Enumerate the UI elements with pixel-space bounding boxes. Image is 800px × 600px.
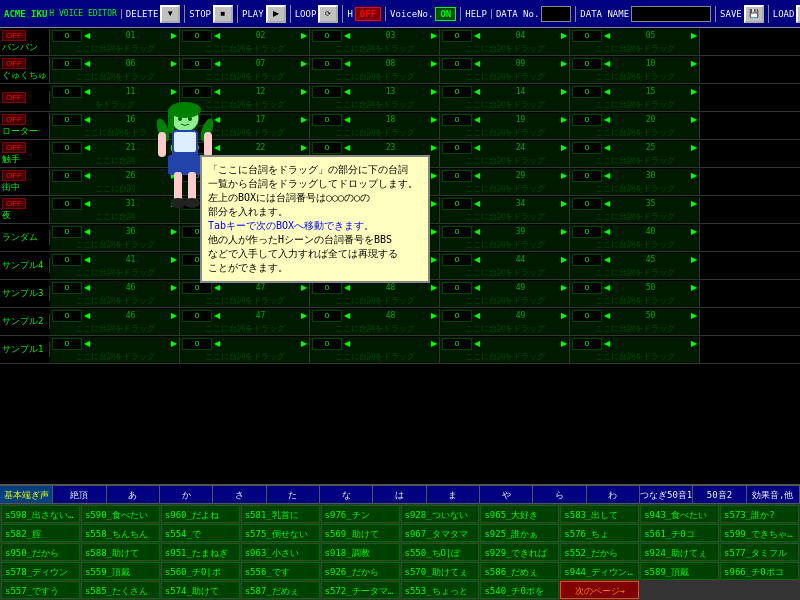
cell-arrow-left-10-0[interactable]: ◀ xyxy=(84,311,90,320)
cell-num-input-2-3[interactable] xyxy=(442,86,472,98)
cell-drag-10-4[interactable]: ここに台詞をドラッグ xyxy=(570,323,699,335)
cell-arrow-right-9-0[interactable]: ▶ xyxy=(171,283,177,292)
cell-arrow-right-10-4[interactable]: ▶ xyxy=(691,311,697,320)
cell-drag-8-4[interactable]: ここに台詞をドラッグ xyxy=(570,267,699,279)
cell-drag-7-0[interactable]: ここに台詞をドラッグ xyxy=(50,239,179,251)
cell-arrow-left-9-4[interactable]: ◀ xyxy=(604,283,610,292)
cell-num-input-5-3[interactable] xyxy=(442,170,472,182)
cell-arrow-right-10-0[interactable]: ▶ xyxy=(171,311,177,320)
cell-num-input-10-4[interactable] xyxy=(572,310,602,322)
word-cell-8[interactable]: s943_食べたい xyxy=(640,505,719,523)
cell-arrow-right-2-0[interactable]: ▶ xyxy=(171,87,177,96)
cell-arrow-right-9-3[interactable]: ▶ xyxy=(561,283,567,292)
cell-num-input-0-2[interactable] xyxy=(312,30,342,42)
cell-num-input-4-4[interactable] xyxy=(572,142,602,154)
cell-num-input-11-2[interactable] xyxy=(312,338,342,350)
cell-arrow-left-0-2[interactable]: ◀ xyxy=(344,31,350,40)
word-cell-26[interactable]: s929_できれば xyxy=(480,543,559,561)
cell-arrow-right-11-0[interactable]: ▶ xyxy=(171,339,177,348)
dataname-input[interactable] xyxy=(631,6,711,22)
cell-arrow-left-2-4[interactable]: ◀ xyxy=(604,87,610,96)
cell-arrow-left-11-1[interactable]: ◀ xyxy=(214,339,220,348)
word-cell-28[interactable]: s924_助けてぇ xyxy=(640,543,719,561)
kana-item-8[interactable]: ま xyxy=(427,486,480,503)
cell-arrow-left-9-2[interactable]: ◀ xyxy=(344,283,350,292)
cell-arrow-right-1-3[interactable]: ▶ xyxy=(561,59,567,68)
cell-arrow-right-0-1[interactable]: ▶ xyxy=(301,31,307,40)
cell-drag-8-3[interactable]: ここに台詞をドラッグ xyxy=(440,267,569,279)
kana-item-2[interactable]: あ xyxy=(107,486,160,503)
cell-arrow-left-11-0[interactable]: ◀ xyxy=(84,339,90,348)
word-cell-42[interactable]: s574_助けて xyxy=(161,581,240,599)
word-cell-38[interactable]: s589_頂戴 xyxy=(640,562,719,580)
word-cell-24[interactable]: s918_調教 xyxy=(321,543,400,561)
cell-drag-8-0[interactable]: ここに台詞をドラッグ xyxy=(50,267,179,279)
cell-num-input-8-0[interactable] xyxy=(52,254,82,266)
cell-drag-10-1[interactable]: ここに台詞をドラッグ xyxy=(180,323,309,335)
cell-arrow-right-11-3[interactable]: ▶ xyxy=(561,339,567,348)
cell-num-input-11-4[interactable] xyxy=(572,338,602,350)
cell-num-input-10-2[interactable] xyxy=(312,310,342,322)
cell-drag-0-1[interactable]: ここに台詞をドラッグ xyxy=(180,43,309,55)
kana-item-10[interactable]: ら xyxy=(533,486,586,503)
word-cell-29[interactable]: s577_タミフル xyxy=(720,543,799,561)
cell-arrow-right-9-2[interactable]: ▶ xyxy=(431,283,437,292)
cell-drag-3-4[interactable]: ここに台詞をドラッグ xyxy=(570,127,699,139)
cell-num-input-3-2[interactable] xyxy=(312,114,342,126)
cell-drag-1-2[interactable]: ここに台詞をドラッグ xyxy=(310,71,439,83)
cell-arrow-left-2-1[interactable]: ◀ xyxy=(214,87,220,96)
cell-num-input-11-3[interactable] xyxy=(442,338,472,350)
cell-arrow-right-10-3[interactable]: ▶ xyxy=(561,311,567,320)
word-cell-14[interactable]: s569_助けて xyxy=(321,524,400,542)
cell-drag-3-2[interactable]: ここに台詞をドラッグ xyxy=(310,127,439,139)
cell-drag-0-0[interactable]: ここに台詞をドラッグ xyxy=(50,43,179,55)
word-cell-20[interactable]: s950_だから xyxy=(1,543,80,561)
cell-num-input-1-3[interactable] xyxy=(442,58,472,70)
cell-arrow-right-8-2[interactable]: ▶ xyxy=(431,255,437,264)
cell-num-input-5-0[interactable] xyxy=(52,170,82,182)
kana-item-5[interactable]: た xyxy=(267,486,320,503)
cell-num-input-3-0[interactable] xyxy=(52,114,82,126)
cell-num-input-3-3[interactable] xyxy=(442,114,472,126)
kana-item-7[interactable]: は xyxy=(373,486,426,503)
track-off-btn-3[interactable]: OFF xyxy=(2,114,26,125)
track-off-btn-5[interactable]: OFF xyxy=(2,170,26,181)
cell-num-input-2-2[interactable] xyxy=(312,86,342,98)
kana-item-9[interactable]: や xyxy=(480,486,533,503)
cell-arrow-right-4-4[interactable]: ▶ xyxy=(691,143,697,152)
cell-drag-9-1[interactable]: ここに台詞をドラッグ xyxy=(180,295,309,307)
cell-drag-2-3[interactable]: ここに台詞をドラッグ xyxy=(440,99,569,111)
word-cell-3[interactable]: s581_乳首に xyxy=(241,505,320,523)
cell-arrow-left-9-0[interactable]: ◀ xyxy=(84,283,90,292)
cell-num-input-9-1[interactable] xyxy=(182,282,212,294)
word-cell-35[interactable]: s570_助けてぇ xyxy=(401,562,480,580)
word-cell-30[interactable]: s578_ディウン xyxy=(1,562,80,580)
cell-num-input-1-4[interactable] xyxy=(572,58,602,70)
cell-arrow-right-9-4[interactable]: ▶ xyxy=(691,283,697,292)
track-off-btn-1[interactable]: OFF xyxy=(2,58,26,69)
word-cell-10[interactable]: s582_腟 xyxy=(1,524,80,542)
cell-drag-9-3[interactable]: ここに台詞をドラッグ xyxy=(440,295,569,307)
cell-num-input-11-1[interactable] xyxy=(182,338,212,350)
cell-drag-0-3[interactable]: ここに台詞をドラッグ xyxy=(440,43,569,55)
kana-item-11[interactable]: わ xyxy=(587,486,640,503)
stop-button[interactable]: ■ xyxy=(213,5,233,23)
cell-arrow-right-11-1[interactable]: ▶ xyxy=(301,339,307,348)
cell-arrow-left-0-1[interactable]: ◀ xyxy=(214,31,220,40)
kana-item-4[interactable]: さ xyxy=(213,486,266,503)
voiceno-toggle[interactable]: ON xyxy=(435,7,456,21)
cell-arrow-left-0-3[interactable]: ◀ xyxy=(474,31,480,40)
cell-arrow-left-1-4[interactable]: ◀ xyxy=(604,59,610,68)
cell-arrow-right-1-1[interactable]: ▶ xyxy=(301,59,307,68)
word-cell-31[interactable]: s559_頂戴 xyxy=(81,562,160,580)
cell-drag-4-4[interactable]: ここに台詞をドラッグ xyxy=(570,155,699,167)
cell-arrow-right-7-2[interactable]: ▶ xyxy=(431,227,437,236)
cell-drag-2-2[interactable]: ここに台詞をドラッグ xyxy=(310,99,439,111)
cell-arrow-right-9-1[interactable]: ▶ xyxy=(301,283,307,292)
cell-arrow-right-0-0[interactable]: ▶ xyxy=(171,31,177,40)
cell-num-input-1-1[interactable] xyxy=(182,58,212,70)
track-off-btn-4[interactable]: OFF xyxy=(2,142,26,153)
cell-arrow-right-10-1[interactable]: ▶ xyxy=(301,311,307,320)
cell-arrow-left-5-0[interactable]: ◀ xyxy=(84,171,90,180)
cell-drag-10-3[interactable]: ここに台詞をドラッグ xyxy=(440,323,569,335)
